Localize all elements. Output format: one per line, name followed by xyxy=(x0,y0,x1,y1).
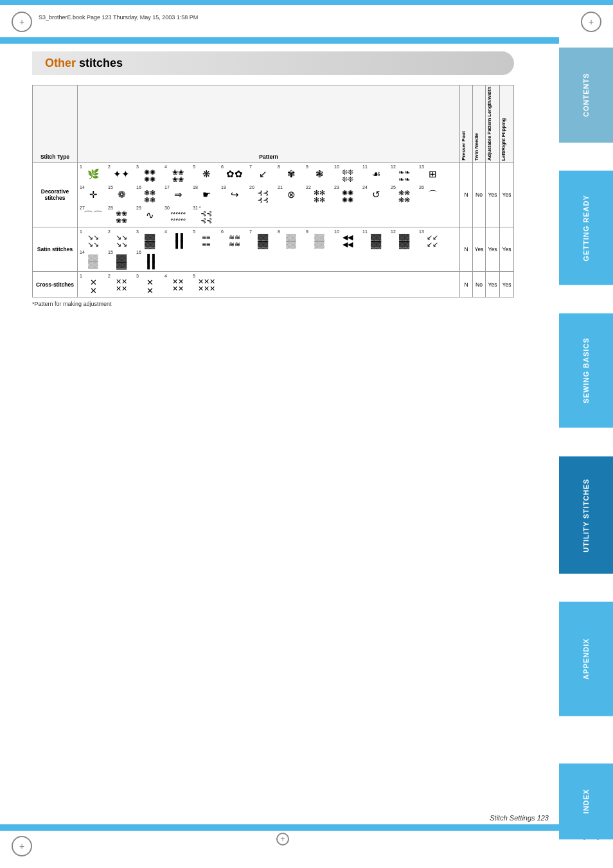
pattern-dec-21: 21⊗ xyxy=(277,184,305,205)
pattern-cross-2: 2✕✕✕✕ xyxy=(107,273,136,296)
corner-mark-bl xyxy=(12,836,32,856)
sat-flipping: Yes xyxy=(500,227,514,272)
pattern-sat-1: 1↘↘↘↘ xyxy=(79,229,107,249)
page-file-info: S3_brotherE.book Page 123 Thursday, May … xyxy=(39,14,198,21)
th-twin-needle: Twin Needle xyxy=(473,85,486,163)
pattern-dec-13: 13⊞ xyxy=(418,164,447,184)
dec-presser-foot: N xyxy=(460,163,473,227)
pattern-dec-23: 23✺✺✺✺ xyxy=(333,184,362,205)
th-adjustable-pattern: Adjustable Pattern Length/width xyxy=(486,85,500,163)
pattern-dec-5: 5❋ xyxy=(192,164,220,184)
main-content: Other stitches Stitch Type Pattern Press… xyxy=(32,51,553,307)
table-row-decorative: Decorativestitches 1🌿 2✦✦ 3✺✺✺✺ 4❀❀❀❀ 5❋… xyxy=(33,163,514,227)
th-pattern: Pattern xyxy=(78,85,460,163)
sat-presser-foot: N xyxy=(460,227,473,272)
page-footer: Stitch Settings 123 xyxy=(490,814,549,822)
section-header: Other stitches xyxy=(32,51,514,75)
pattern-dec-30: 30∾∾∾∾∾∾ xyxy=(164,205,192,226)
th-presser-foot: Presser Foot xyxy=(460,85,473,163)
sat-adjustable: Yes xyxy=(486,227,500,272)
stitch-type-decorative: Decorativestitches xyxy=(33,163,78,227)
pattern-dec-27: 27⌒⌒ xyxy=(79,205,107,226)
pattern-dec-4: 4❀❀❀❀ xyxy=(164,164,192,184)
patterns-decorative: 1🌿 2✦✦ 3✺✺✺✺ 4❀❀❀❀ 5❋ 6✿✿ 7↙ 8✾ 9❃ 10❊❊❊… xyxy=(78,163,460,227)
nav-index[interactable]: INDEX xyxy=(559,763,613,839)
dec-flipping: Yes xyxy=(500,163,514,227)
dec-adjustable: Yes xyxy=(486,163,500,227)
cross-twin-needle: No xyxy=(473,272,486,297)
pattern-dec-14: 14✛ xyxy=(79,184,107,205)
stitch-type-satin: Satin stitches xyxy=(33,227,78,272)
pattern-dec-15: 15❁ xyxy=(107,184,136,205)
dec-twin-needle: No xyxy=(473,163,486,227)
top-bar xyxy=(0,0,613,5)
stitch-type-cross: Cross-stitches xyxy=(33,272,78,297)
pattern-cross-5: 5✕✕✕✕✕✕ xyxy=(192,273,220,296)
pattern-dec-2: 2✦✦ xyxy=(107,164,136,184)
pattern-dec-20: 20⊰⊰⊰⊰ xyxy=(249,184,277,205)
patterns-cross-all: 1✕✕ 2✕✕✕✕ 3✕✕ 4✕✕✕✕ 5✕✕✕✕✕✕ xyxy=(79,273,458,296)
pattern-cross-4: 4✕✕✕✕ xyxy=(164,273,192,296)
pattern-dec-25: 25❋❋❋❋ xyxy=(390,184,418,205)
nav-sewing-basics[interactable]: SEWING BASICS xyxy=(559,314,613,428)
pattern-sat-9: 9▒▒▒▒ xyxy=(305,229,333,249)
nav-contents[interactable]: CONTENTS xyxy=(559,48,613,143)
pattern-cross-3: 3✕✕ xyxy=(136,273,164,296)
pattern-dec-7: 7↙ xyxy=(249,164,277,184)
pattern-dec-19: 19↪ xyxy=(220,184,249,205)
pattern-dec-6: 6✿✿ xyxy=(220,164,249,184)
pattern-sat-11: 11▓▓▓▓ xyxy=(362,229,390,249)
pattern-dec-8: 8✾ xyxy=(277,164,305,184)
pattern-dec-1: 1🌿 xyxy=(79,164,107,184)
pattern-dec-31: 31 *⊰⊰⊰⊰ xyxy=(192,205,220,226)
patterns-satin-all: 1↘↘↘↘ 2↘↘↘↘ 3▓▓▓▓ 4▐▐▐▐ 5≡≡≡≡ 6≋≋≋≋ 7▓▓▓… xyxy=(79,229,458,270)
pattern-cross-1: 1✕✕ xyxy=(79,273,107,296)
pattern-sat-13: 13↙↙↙↙ xyxy=(418,229,447,249)
pattern-sat-7: 7▓▓▓▓ xyxy=(249,229,277,249)
pattern-sat-2: 2↘↘↘↘ xyxy=(107,229,136,249)
table-header-row: Stitch Type Pattern Presser Foot Twin Ne… xyxy=(33,85,514,163)
nav-getting-ready[interactable]: GETTING READY xyxy=(559,171,613,285)
pattern-dec-29: 29∿ xyxy=(136,205,164,226)
pattern-sat-6: 6≋≋≋≋ xyxy=(220,229,249,249)
pattern-sat-4: 4▐▐▐▐ xyxy=(164,229,192,249)
pattern-dec-24: 24↺ xyxy=(362,184,390,205)
pattern-dec-16: 16❃❃❃❃ xyxy=(136,184,164,205)
table-row-satin: Satin stitches 1↘↘↘↘ 2↘↘↘↘ 3▓▓▓▓ 4▐▐▐▐ 5… xyxy=(33,227,514,272)
pattern-dec-11: 11☙ xyxy=(362,164,390,184)
pattern-sat-12: 12▓▓▓▓ xyxy=(390,229,418,249)
pattern-sat-10: 10◀◀◀◀ xyxy=(333,229,362,249)
cross-flipping: Yes xyxy=(500,272,514,297)
pattern-dec-26: 26⌒ xyxy=(418,184,447,205)
th-left-right-flipping: Left/Right Flipping xyxy=(500,85,514,163)
pattern-dec-17: 17⇒ xyxy=(164,184,192,205)
pattern-sat-15: 15▓▓▓▓ xyxy=(107,249,136,270)
patterns-row1-decorative: 1🌿 2✦✦ 3✺✺✺✺ 4❀❀❀❀ 5❋ 6✿✿ 7↙ 8✾ 9❃ 10❊❊❊… xyxy=(79,164,458,226)
table-row-cross: Cross-stitches 1✕✕ 2✕✕✕✕ 3✕✕ 4✕✕✕✕ 5✕✕✕✕… xyxy=(33,272,514,297)
pattern-dec-3: 3✺✺✺✺ xyxy=(136,164,164,184)
pattern-dec-28: 28❀❀❀❀ xyxy=(107,205,136,226)
right-nav: CONTENTS GETTING READY SEWING BASICS UTI… xyxy=(559,0,613,868)
cross-adjustable: Yes xyxy=(486,272,500,297)
pattern-sat-5: 5≡≡≡≡ xyxy=(192,229,220,249)
pattern-sat-3: 3▓▓▓▓ xyxy=(136,229,164,249)
pattern-dec-10: 10❊❊❊❊ xyxy=(333,164,362,184)
pattern-dec-22: 22✻✻✻✻ xyxy=(305,184,333,205)
pattern-sat-14: 14▒▒▒▒ xyxy=(79,249,107,270)
pattern-sat-8: 8▒▒▒▒ xyxy=(277,229,305,249)
patterns-cross: 1✕✕ 2✕✕✕✕ 3✕✕ 4✕✕✕✕ 5✕✕✕✕✕✕ xyxy=(78,272,460,297)
blue-bar-bottom xyxy=(0,824,559,831)
nav-utility-stitches[interactable]: UTILITY STITCHES xyxy=(559,457,613,574)
footer-note: *Pattern for making adjustment xyxy=(32,301,553,307)
cross-presser-foot: N xyxy=(460,272,473,297)
bottom-crosshair xyxy=(276,833,289,846)
th-stitch-type: Stitch Type xyxy=(33,85,78,163)
stitch-table: Stitch Type Pattern Presser Foot Twin Ne… xyxy=(32,85,514,297)
pattern-dec-9: 9❃ xyxy=(305,164,333,184)
pattern-sat-16: 16▐▐▐▐ xyxy=(136,249,164,270)
corner-mark-tl xyxy=(12,12,32,32)
patterns-satin: 1↘↘↘↘ 2↘↘↘↘ 3▓▓▓▓ 4▐▐▐▐ 5≡≡≡≡ 6≋≋≋≋ 7▓▓▓… xyxy=(78,227,460,272)
nav-appendix[interactable]: APPENDIX xyxy=(559,602,613,716)
blue-bar-top xyxy=(0,37,559,44)
pattern-dec-12: 12❧❧❧❧ xyxy=(390,164,418,184)
